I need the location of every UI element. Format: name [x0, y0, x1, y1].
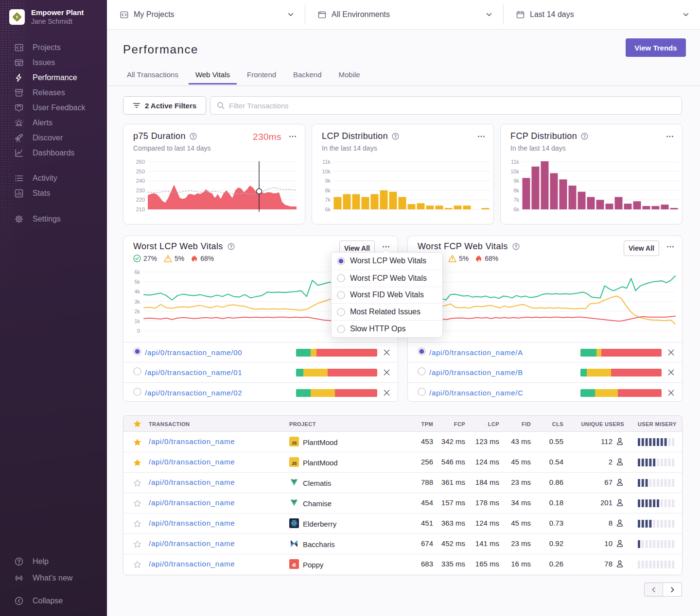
svg-text:250: 250: [136, 169, 145, 174]
svg-text:JS: JS: [292, 441, 297, 445]
svg-text:6k: 6k: [325, 206, 331, 212]
svg-text:1k: 1k: [134, 318, 140, 324]
svg-text:11k: 11k: [511, 159, 519, 165]
svg-text:10k: 10k: [510, 169, 519, 174]
svg-text:9k: 9k: [325, 178, 331, 184]
svg-text:7k: 7k: [513, 197, 519, 203]
svg-text:5k: 5k: [134, 279, 140, 285]
svg-text:3k: 3k: [134, 299, 140, 305]
svg-text:0: 0: [137, 328, 140, 334]
svg-text:2k: 2k: [134, 308, 140, 314]
svg-text:260: 260: [136, 159, 145, 165]
svg-text:210: 210: [136, 206, 145, 212]
svg-text:9k: 9k: [513, 178, 519, 184]
svg-text:4k: 4k: [134, 289, 140, 294]
svg-text:JS: JS: [292, 461, 297, 466]
svg-text:11k: 11k: [322, 159, 331, 165]
svg-text:240: 240: [136, 178, 145, 184]
svg-text:8k: 8k: [513, 188, 519, 193]
svg-text:7k: 7k: [325, 197, 331, 203]
svg-text:6k: 6k: [134, 269, 140, 275]
svg-text:10k: 10k: [322, 169, 331, 174]
svg-text:8k: 8k: [325, 188, 331, 193]
svg-text:230: 230: [136, 188, 145, 193]
svg-text:220: 220: [136, 197, 145, 203]
svg-text:6k: 6k: [513, 206, 519, 212]
